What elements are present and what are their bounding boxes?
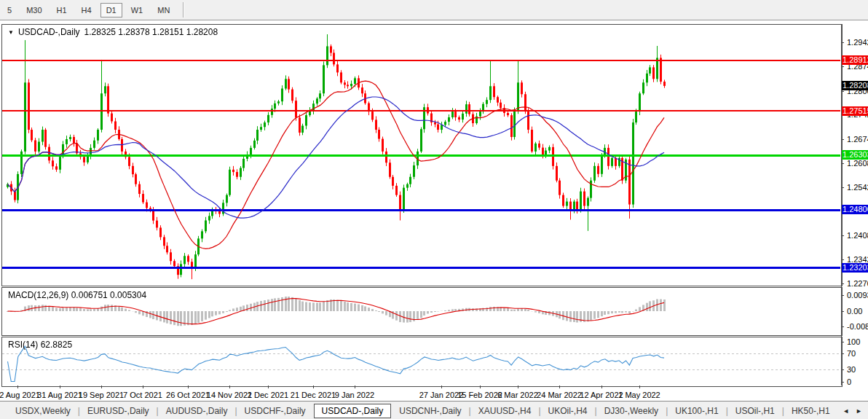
macd-tick-mark [841, 295, 844, 296]
timeframe-button-5[interactable]: 5 [1, 3, 17, 17]
timeframe-toolbar: 5M30H1H4D1W1MN [0, 0, 868, 20]
tab-separator: | [782, 406, 784, 416]
macd-panel: MACD(12,26,9) 0.006751 0.005304 [1, 287, 843, 336]
tab-usdx-weekly[interactable]: USDX,Weekly [10, 404, 76, 418]
price-tick-mark [841, 66, 844, 67]
price-tick-label: 1.25420 [847, 184, 868, 192]
tab-hk50-h1[interactable]: HK50-,H1 [786, 404, 835, 418]
date-tick-label: 26 Oct 2021 [166, 391, 210, 399]
date-tick-mark [313, 385, 314, 388]
tab-audusd-daily[interactable]: AUDUSD-,Daily [161, 404, 233, 418]
macd-tick-mark [841, 311, 844, 312]
rsi-axis-label: 30 [847, 366, 856, 374]
date-tick-label: 15 Feb 2022 [457, 391, 502, 399]
date-tick-mark [518, 385, 518, 388]
price-level-badge: 1.28912 [842, 55, 868, 65]
tab-uk100-h1[interactable]: UK100-,H1 [670, 404, 723, 418]
price-chart-canvas[interactable] [2, 25, 840, 284]
tab-eurusd-daily[interactable]: EURUSD-,Daily [82, 404, 154, 418]
rsi-tick-mark [841, 369, 844, 370]
date-tick-label: 31 Aug 2021 [37, 391, 82, 399]
timeframe-button-w1[interactable]: W1 [125, 3, 149, 17]
price-tick-label: 1.26740 [847, 136, 868, 144]
rsi-axis-label: 100 [847, 338, 860, 346]
price-tick-mark [841, 283, 844, 284]
tab-ukoil-h4[interactable]: UKOil-,H4 [543, 404, 593, 418]
timeframe-button-h1[interactable]: H1 [51, 3, 73, 17]
price-tick-label: 1.29420 [847, 39, 868, 47]
main-chart-panel: ▼ USDCAD-,Daily 1.28325 1.28378 1.28151 … [1, 24, 843, 286]
price-level-badge: 1.23203 [842, 263, 868, 273]
toolbar-separator [183, 2, 184, 17]
price-tick-mark [841, 163, 844, 164]
chart-title: ▼ USDCAD-,Daily 1.28325 1.28378 1.28151 … [8, 27, 218, 37]
chart-symbol-period: USDCAD-,Daily [18, 27, 80, 37]
tab-dj30-weekly[interactable]: DJ30-,Weekly [599, 404, 663, 418]
rsi-label: RSI(14) 62.8825 [8, 340, 72, 350]
timeframe-button-h4[interactable]: H4 [76, 3, 98, 17]
macd-label: MACD(12,26,9) 0.006751 0.005304 [8, 290, 146, 300]
tab-separator: | [595, 406, 597, 416]
timeframe-button-m30[interactable]: M30 [20, 3, 47, 17]
tab-usdcad-daily[interactable]: USDCAD-,Daily [314, 404, 392, 418]
macd-tick-mark [841, 326, 844, 327]
date-tick-mark [268, 385, 269, 388]
tab-separator: | [726, 406, 728, 416]
date-tick-mark [143, 385, 143, 388]
chart-ohlc-quote: 1.28325 1.28378 1.28151 1.28208 [84, 27, 218, 37]
tab-usdchf-daily[interactable]: USDCHF-,Daily [240, 404, 311, 418]
price-level-badge: 1.26303 [842, 150, 868, 160]
date-tick-label: 9 Jan 2022 [335, 391, 374, 399]
tab-xauusd-h4[interactable]: XAUUSD-,H4 [473, 404, 537, 418]
date-tick-mark [188, 385, 189, 388]
price-tick-mark [841, 259, 844, 260]
tab-separator: | [78, 406, 80, 416]
tab-scroll-arrows: ◄ ► [843, 407, 862, 415]
rsi-tick-mark [841, 382, 844, 383]
tab-scroll-right-icon[interactable]: ► [856, 407, 862, 415]
tab-separator: | [538, 406, 540, 416]
tab-separator: | [157, 406, 159, 416]
tab-usoil-h1[interactable]: USOil-,H1 [730, 404, 780, 418]
chart-tab-bar: USDX,Weekly|EURUSD-,Daily|AUDUSD-,Daily|… [0, 401, 868, 419]
date-tick-label: 24 Mar 2022 [537, 391, 582, 399]
rsi-canvas[interactable] [2, 337, 840, 385]
chart-menu-arrow-icon[interactable]: ▼ [8, 29, 14, 36]
tab-separator: | [666, 406, 668, 416]
date-tick-label: 6 Mar 2022 [497, 391, 538, 399]
timeframe-button-mn[interactable]: MN [151, 3, 175, 17]
date-tick-mark [480, 385, 481, 388]
rsi-tick-mark [841, 353, 844, 354]
date-tick-mark [639, 385, 640, 388]
date-tick-label: 21 Dec 2021 [291, 391, 336, 399]
date-tick-label: 1 May 2022 [618, 391, 660, 399]
price-tick-label: 1.26080 [847, 160, 868, 168]
tab-usdcnh-daily[interactable]: USDCNH-,Daily [394, 404, 466, 418]
date-tick-mark [601, 385, 602, 388]
date-tick-mark [355, 385, 355, 388]
rsi-tick-mark [841, 342, 844, 342]
date-tick-mark [60, 385, 60, 388]
tab-scroll-left-icon[interactable]: ◄ [843, 407, 849, 415]
tab-separator: | [234, 406, 237, 416]
macd-axis-label: 0.009345 [847, 291, 868, 299]
date-tick-mark [17, 385, 18, 388]
timeframe-button-d1[interactable]: D1 [100, 3, 122, 17]
date-tick-label: 14 Nov 2021 [207, 391, 252, 399]
macd-axis-label: -0.008902 [847, 323, 868, 331]
rsi-axis-label: 70 [847, 350, 856, 358]
price-tick-mark [841, 42, 844, 43]
date-tick-label: 12 Apr 2022 [580, 391, 623, 399]
price-tick-mark [841, 187, 844, 188]
date-tick-label: 2 Dec 2021 [248, 391, 288, 399]
rsi-panel: RSI(14) 62.8825 [1, 337, 843, 387]
price-level-badge: 1.27515 [842, 106, 868, 116]
current-price-badge: 1.28208 [842, 81, 868, 90]
macd-axis-label: 0.00 [847, 308, 862, 316]
price-tick-mark [841, 91, 844, 92]
rsi-axis-label: 0 [847, 378, 851, 386]
price-tick-label: 1.24080 [847, 232, 868, 240]
price-tick-mark [841, 235, 844, 236]
date-tick-mark [441, 385, 442, 388]
price-level-badge: 1.24800 [842, 205, 868, 214]
